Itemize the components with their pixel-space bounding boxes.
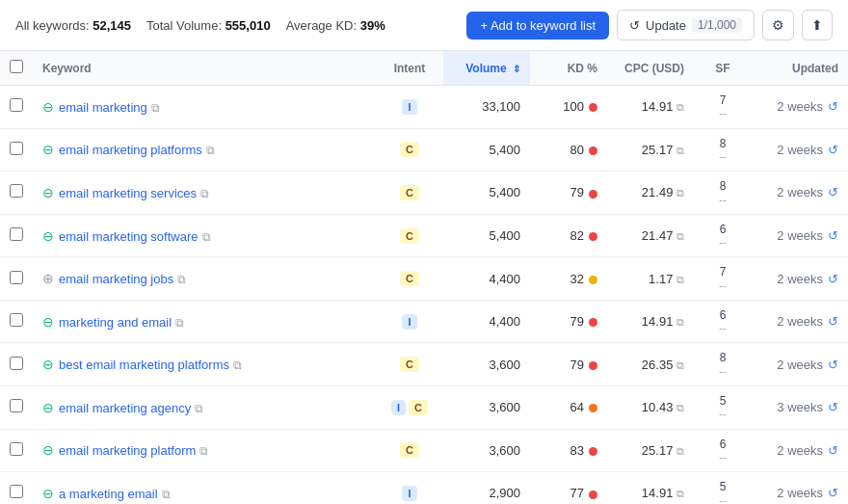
serp-icon[interactable]: ⧉ bbox=[676, 274, 684, 285]
row-checkbox[interactable] bbox=[10, 98, 23, 112]
header-intent[interactable]: Intent bbox=[376, 51, 443, 86]
select-all-checkbox[interactable] bbox=[10, 60, 23, 73]
keyword-action-icons: ⧉ bbox=[206, 144, 215, 157]
copy-icon[interactable]: ⧉ bbox=[202, 230, 211, 244]
header-sf[interactable]: SF bbox=[694, 51, 752, 86]
row-checkbox[interactable] bbox=[10, 485, 23, 498]
kd-dot bbox=[589, 361, 597, 370]
check-circle-icon: ⊖ bbox=[42, 357, 54, 372]
sf-cell: 8-- bbox=[694, 172, 752, 215]
copy-icon[interactable]: ⧉ bbox=[162, 488, 171, 501]
keyword-link[interactable]: email marketing software bbox=[59, 229, 199, 244]
refresh-icon[interactable]: ↺ bbox=[828, 228, 838, 243]
serp-icon[interactable]: ⧉ bbox=[676, 359, 684, 371]
cpc-cell: 26.35 ⧉ bbox=[607, 343, 694, 386]
serp-icon[interactable]: ⧉ bbox=[676, 187, 684, 199]
intent-cell: C bbox=[376, 429, 443, 472]
cpc-cell: 14.91 ⧉ bbox=[607, 300, 694, 343]
row-checkbox[interactable] bbox=[10, 442, 23, 456]
kd-value: 82 bbox=[570, 228, 584, 243]
check-circle-icon: ⊖ bbox=[42, 486, 54, 501]
refresh-icon[interactable]: ↺ bbox=[828, 400, 838, 414]
serp-icon[interactable]: ⧉ bbox=[676, 488, 684, 499]
refresh-icon[interactable]: ↺ bbox=[828, 358, 838, 372]
header-kd[interactable]: KD % bbox=[530, 51, 607, 86]
copy-icon[interactable]: ⧉ bbox=[177, 273, 186, 286]
row-checkbox[interactable] bbox=[10, 313, 23, 327]
kd-value: 79 bbox=[570, 185, 584, 199]
keywords-table: Keyword Intent Volume ⇕ KD % CPC (USD) S… bbox=[0, 51, 848, 504]
sf-sub: -- bbox=[719, 150, 726, 163]
keyword-link[interactable]: a marketing email bbox=[59, 487, 158, 501]
updated-cell: 2 weeks↺ bbox=[752, 472, 848, 504]
header-check[interactable] bbox=[0, 51, 33, 86]
row-checkbox[interactable] bbox=[10, 271, 23, 284]
intent-badge: C bbox=[400, 142, 419, 157]
serp-icon[interactable]: ⧉ bbox=[676, 230, 684, 242]
intent-badge: I bbox=[402, 486, 416, 501]
keyword-link[interactable]: marketing and email bbox=[59, 315, 172, 330]
sf-cell: 7-- bbox=[694, 86, 752, 129]
cpc-cell: 21.47 ⧉ bbox=[607, 214, 694, 257]
check-circle-icon: ⊖ bbox=[42, 142, 54, 157]
keyword-link[interactable]: email marketing platform bbox=[59, 443, 196, 458]
sf-cell: 5-- bbox=[694, 386, 752, 430]
keyword-action-icons: ⧉ bbox=[202, 230, 211, 244]
row-checkbox[interactable] bbox=[10, 399, 23, 412]
serp-icon[interactable]: ⧉ bbox=[676, 445, 684, 457]
volume-cell: 3,600 bbox=[443, 386, 530, 430]
refresh-icon[interactable]: ↺ bbox=[828, 314, 838, 329]
keyword-link[interactable]: email marketing bbox=[59, 100, 147, 115]
row-checkbox[interactable] bbox=[10, 227, 23, 241]
keyword-link[interactable]: email marketing platforms bbox=[59, 143, 202, 157]
export-button[interactable]: ⬆ bbox=[802, 10, 833, 40]
copy-icon[interactable]: ⧉ bbox=[195, 402, 203, 415]
header-cpc[interactable]: CPC (USD) bbox=[607, 51, 694, 86]
sf-sub: -- bbox=[719, 451, 726, 464]
table-row: ⊖email marketing software⧉C5,4008221.47 … bbox=[0, 214, 848, 257]
intent-cell: C bbox=[376, 214, 443, 257]
serp-icon[interactable]: ⧉ bbox=[676, 316, 684, 328]
cpc-cell: 25.17 ⧉ bbox=[607, 429, 694, 472]
settings-button[interactable]: ⚙ bbox=[762, 10, 794, 40]
copy-icon[interactable]: ⧉ bbox=[206, 144, 215, 157]
kd-value: 100 bbox=[563, 99, 584, 114]
update-button[interactable]: ↺ Update 1/1,000 bbox=[617, 10, 755, 40]
volume-cell: 3,600 bbox=[443, 343, 530, 386]
row-checkbox[interactable] bbox=[10, 357, 23, 370]
header-keyword[interactable]: Keyword bbox=[33, 51, 376, 86]
header-volume[interactable]: Volume ⇕ bbox=[443, 51, 530, 86]
table-row: ⊖email marketing platforms⧉C5,4008025.17… bbox=[0, 128, 848, 172]
intent-badge: C bbox=[400, 442, 419, 458]
refresh-icon[interactable]: ↺ bbox=[828, 99, 838, 114]
refresh-icon[interactable]: ↺ bbox=[828, 143, 838, 157]
keyword-link[interactable]: best email marketing platforms bbox=[59, 358, 229, 372]
row-checkbox[interactable] bbox=[10, 184, 23, 198]
serp-icon[interactable]: ⧉ bbox=[676, 101, 684, 113]
sf-cell: 6-- bbox=[694, 429, 752, 472]
copy-icon[interactable]: ⧉ bbox=[199, 444, 208, 458]
kd-cell: 80 bbox=[530, 128, 607, 172]
intent-badge: C bbox=[400, 357, 419, 372]
keyword-link[interactable]: email marketing agency bbox=[59, 401, 191, 415]
copy-icon[interactable]: ⧉ bbox=[151, 101, 160, 115]
sf-cell: 8-- bbox=[694, 128, 752, 172]
updated-value: 2 weeks bbox=[777, 185, 823, 199]
serp-icon[interactable]: ⧉ bbox=[676, 402, 684, 413]
header-updated[interactable]: Updated bbox=[752, 51, 848, 86]
refresh-icon[interactable]: ↺ bbox=[828, 443, 838, 458]
copy-icon[interactable]: ⧉ bbox=[233, 358, 242, 372]
refresh-icon[interactable]: ↺ bbox=[828, 185, 838, 199]
serp-icon[interactable]: ⧉ bbox=[676, 145, 684, 156]
kd-value: 32 bbox=[570, 272, 584, 286]
keyword-link[interactable]: email marketing jobs bbox=[59, 272, 173, 286]
average-kd-stat: Average KD: 39% bbox=[286, 18, 385, 33]
refresh-icon[interactable]: ↺ bbox=[828, 486, 838, 500]
add-to-keyword-list-button[interactable]: + Add to keyword list bbox=[466, 12, 609, 40]
row-checkbox[interactable] bbox=[10, 142, 23, 155]
refresh-icon[interactable]: ↺ bbox=[828, 272, 838, 286]
keyword-link[interactable]: email marketing services bbox=[59, 186, 197, 200]
cpc-cell: 14.91 ⧉ bbox=[607, 86, 694, 129]
copy-icon[interactable]: ⧉ bbox=[175, 316, 184, 330]
copy-icon[interactable]: ⧉ bbox=[200, 187, 209, 200]
